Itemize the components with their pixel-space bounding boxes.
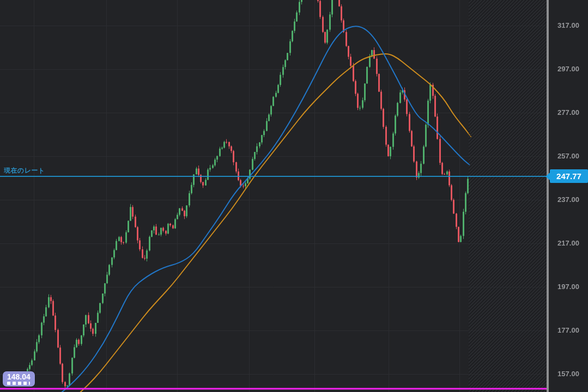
axis-tick-label: 157.00: [549, 370, 588, 378]
axis-tick-label: 257.00: [549, 152, 588, 160]
axis-tick-label: 297.00: [549, 65, 588, 73]
price-chart-canvas[interactable]: [0, 0, 588, 392]
current-price-tag: 247.77: [550, 169, 588, 183]
axis-tick-label: 177.00: [549, 326, 588, 334]
clipped-label-row: [7, 382, 30, 385]
current-price-value: 247.77: [556, 171, 581, 181]
axis-tick-label: 237.00: [549, 195, 588, 204]
axis-tick-label: 317.00: [549, 21, 588, 29]
price-axis[interactable]: 317.00297.00277.00257.00237.00217.00197.…: [549, 0, 588, 392]
axis-tick-label: 197.00: [549, 283, 588, 291]
axis-tick-label: 217.00: [549, 239, 588, 247]
entry-price-value: 148.04: [7, 373, 31, 381]
price-tag-notch: [545, 173, 550, 180]
axis-tick-label: 277.00: [549, 108, 588, 117]
entry-price-label[interactable]: 148.04: [3, 371, 35, 387]
trading-chart-window: 現在のレート 148.04 317.00297.00277.00257.0023…: [0, 0, 588, 392]
